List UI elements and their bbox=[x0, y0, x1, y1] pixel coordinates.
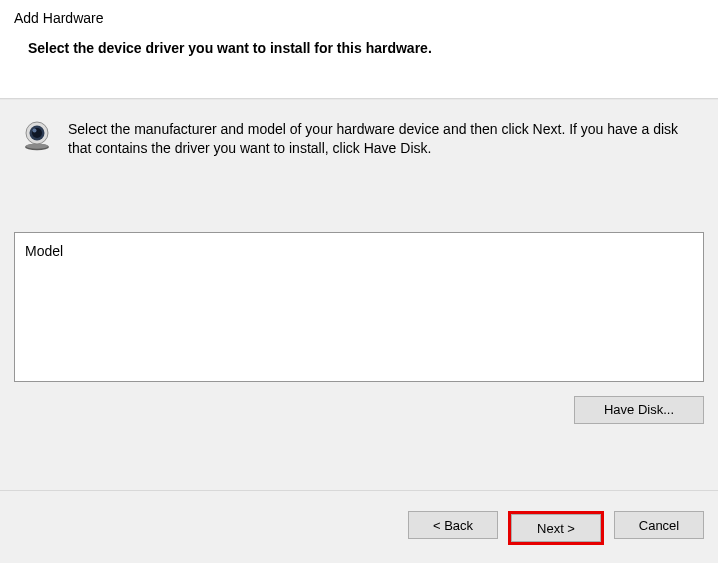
window-title: Add Hardware bbox=[14, 10, 704, 26]
wizard-footer: < Back Next > Cancel bbox=[0, 490, 718, 563]
instruction-row: Select the manufacturer and model of you… bbox=[14, 114, 704, 158]
content-area: Select the manufacturer and model of you… bbox=[0, 99, 718, 490]
instruction-text: Select the manufacturer and model of you… bbox=[68, 118, 698, 158]
model-listbox[interactable]: Model bbox=[14, 232, 704, 382]
svg-point-5 bbox=[33, 129, 37, 133]
cancel-button[interactable]: Cancel bbox=[614, 511, 704, 539]
model-column-header: Model bbox=[25, 243, 693, 259]
next-button-highlight: Next > bbox=[508, 511, 604, 545]
title-bar: Add Hardware Select the device driver yo… bbox=[0, 0, 718, 60]
have-disk-row: Have Disk... bbox=[14, 382, 704, 442]
back-button[interactable]: < Back bbox=[408, 511, 498, 539]
add-hardware-wizard: Add Hardware Select the device driver yo… bbox=[0, 0, 718, 563]
page-heading: Select the device driver you want to ins… bbox=[14, 26, 704, 56]
next-button[interactable]: Next > bbox=[511, 514, 601, 542]
webcam-icon bbox=[20, 118, 54, 152]
have-disk-button[interactable]: Have Disk... bbox=[574, 396, 704, 424]
